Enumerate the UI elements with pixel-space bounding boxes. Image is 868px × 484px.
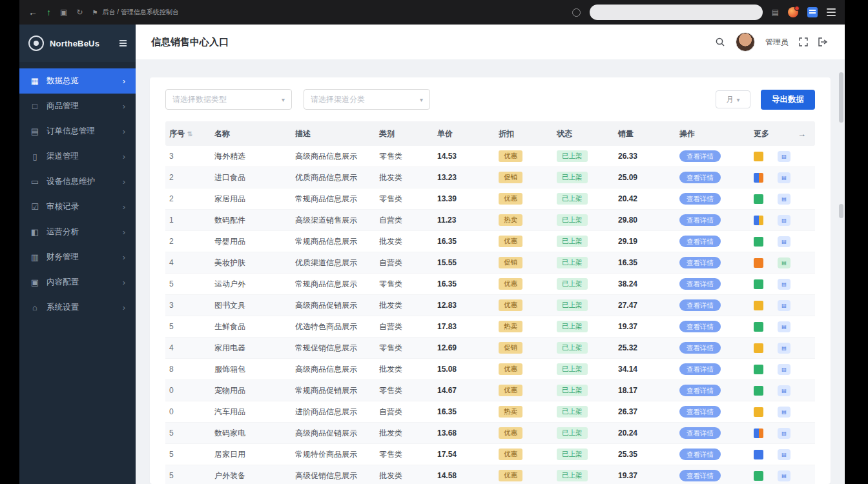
type-select[interactable]: 请选择数据类型 ▾ [165, 89, 292, 110]
edit-button[interactable]: ▤ [778, 215, 790, 226]
sidebar-item-9[interactable]: ⌂ 系统设置 › [19, 295, 136, 320]
chevron-right-icon: › [123, 227, 125, 237]
search-bar[interactable] [590, 5, 763, 20]
sidebar-collapse-icon[interactable] [119, 40, 127, 46]
status-badge: 已上架 [557, 342, 588, 354]
sidebar-menu: ▦ 数据总览 › □ 商品管理 › ▤ 订单信息管理 › ▯ 渠道管理 › ▭ … [19, 62, 136, 320]
detail-button[interactable]: 查看详情 [679, 363, 721, 376]
detail-button[interactable]: 查看详情 [679, 342, 721, 354]
edit-button[interactable]: ▤ [778, 172, 790, 183]
scrollbar-thumb[interactable] [839, 204, 843, 218]
status-badge: 已上架 [557, 406, 588, 418]
detail-button[interactable]: 查看详情 [679, 321, 721, 333]
sidebar-item-4[interactable]: ▭ 设备信息维护 › [19, 169, 136, 194]
sidebar-item-6[interactable]: ◧ 运营分析 › [19, 219, 136, 245]
edit-button[interactable]: ▤ [778, 407, 790, 418]
discount-badge: 热卖 [499, 214, 522, 226]
sidebar-item-3[interactable]: ▯ 渠道管理 › [19, 144, 136, 169]
edit-button[interactable]: ▤ [778, 364, 790, 375]
save-page-icon[interactable]: ▣ [60, 8, 67, 16]
detail-button[interactable]: 查看详情 [679, 236, 721, 248]
item-name: 生鲜食品 [214, 321, 245, 332]
item-category: 批发类 [379, 300, 402, 311]
item-description: 高级商品促销展示 [295, 300, 357, 311]
profile-extension-icon[interactable] [788, 7, 798, 17]
edit-button[interactable]: ▤ [778, 321, 790, 332]
detail-button[interactable]: 查看详情 [679, 214, 721, 227]
search-icon[interactable] [715, 37, 725, 47]
item-sales: 19.37 [618, 322, 637, 331]
chevron-right-icon: › [123, 303, 125, 312]
reader-mode-icon[interactable]: ▤ [772, 8, 779, 16]
row-index: 4 [169, 258, 174, 267]
detail-button[interactable]: 查看详情 [679, 470, 721, 482]
item-description: 进阶商品信息展示 [295, 407, 357, 418]
edit-button[interactable]: ▤ [778, 257, 790, 268]
user-name: 管理员 [765, 37, 789, 48]
sidebar-item-2[interactable]: ▤ 订单信息管理 › [19, 119, 136, 144]
status-badge: 已上架 [557, 427, 588, 439]
edit-button[interactable]: ▤ [778, 300, 790, 311]
topbar: 信息销售中心入口 管理员 [136, 25, 845, 59]
reload-icon[interactable]: ↻ [76, 8, 83, 16]
detail-button[interactable]: 查看详情 [679, 449, 721, 461]
edit-button[interactable]: ▤ [778, 151, 790, 162]
scrollbar-thumb[interactable] [839, 72, 843, 123]
column-header-sales: 销量 [614, 128, 676, 139]
row-index: 5 [169, 279, 174, 288]
bookmark-icon[interactable]: ⚑ [92, 9, 98, 16]
edit-button[interactable]: ▤ [778, 385, 790, 396]
item-name: 美妆护肤 [214, 257, 245, 268]
column-header-desc: 描述 [291, 128, 375, 139]
content-area: 请选择数据类型 ▾ 请选择渠道分类 ▾ 月 ▾ [136, 59, 845, 484]
extension-ring-icon[interactable] [572, 8, 581, 17]
detail-button[interactable]: 查看详情 [679, 150, 721, 163]
detail-button[interactable]: 查看详情 [679, 406, 721, 418]
edit-button[interactable]: ▤ [778, 470, 790, 481]
user-avatar[interactable] [736, 32, 755, 52]
period-select[interactable]: 月 ▾ [716, 90, 750, 108]
sidebar-item-8[interactable]: ▣ 内容配置 › [19, 270, 136, 295]
detail-button[interactable]: 查看详情 [679, 257, 721, 269]
detail-button[interactable]: 查看详情 [679, 299, 721, 312]
edit-button[interactable]: ▤ [778, 236, 790, 247]
edit-button[interactable]: ▤ [778, 343, 790, 354]
item-description: 常规促销信息展示 [295, 343, 357, 354]
column-header-index[interactable]: 序号 ⇅ [165, 128, 211, 139]
detail-button[interactable]: 查看详情 [679, 385, 721, 397]
detail-button[interactable]: 查看详情 [679, 427, 721, 439]
edit-button[interactable]: ▤ [778, 194, 790, 205]
detail-button[interactable]: 查看详情 [679, 193, 721, 205]
status-badge: 已上架 [557, 449, 588, 460]
edit-button[interactable]: ▤ [778, 428, 790, 439]
sort-icon[interactable]: ⇅ [187, 130, 192, 137]
detail-button[interactable]: 查看详情 [679, 278, 721, 290]
browser-menu-icon[interactable] [827, 8, 836, 16]
forward-icon[interactable]: ↑ [46, 8, 51, 17]
export-button[interactable]: 导出数据 [761, 90, 815, 110]
sidebar-item-7[interactable]: ▥ 财务管理 › [19, 245, 136, 270]
sidebar-item-5[interactable]: ☑ 审核记录 › [19, 194, 136, 219]
item-price: 13.39 [437, 194, 457, 203]
channel-select[interactable]: 请选择渠道分类 ▾ [304, 89, 430, 110]
edit-button[interactable]: ▤ [778, 279, 790, 290]
translate-extension-icon[interactable] [807, 7, 818, 17]
column-header-more: 更多 → [750, 128, 815, 139]
sidebar-item-1[interactable]: □ 商品管理 › [19, 94, 136, 119]
discount-badge: 优惠 [499, 193, 522, 205]
back-icon[interactable]: ← [28, 8, 37, 17]
chevron-right-icon: › [123, 152, 125, 161]
column-settings-arrow[interactable]: → [798, 129, 806, 139]
item-category: 零售类 [379, 279, 402, 290]
row-index: 3 [169, 152, 174, 161]
edit-button[interactable]: ▤ [778, 449, 790, 460]
item-sales: 38.24 [618, 279, 637, 288]
logout-icon[interactable] [818, 37, 828, 46]
item-description: 高级商品信息展示 [295, 364, 357, 375]
row-index: 5 [169, 322, 174, 331]
color-indicator [754, 429, 763, 438]
color-indicator [754, 365, 763, 374]
sidebar-item-0[interactable]: ▦ 数据总览 › [19, 68, 136, 94]
detail-button[interactable]: 查看详情 [679, 172, 721, 184]
fullscreen-icon[interactable] [799, 37, 808, 46]
